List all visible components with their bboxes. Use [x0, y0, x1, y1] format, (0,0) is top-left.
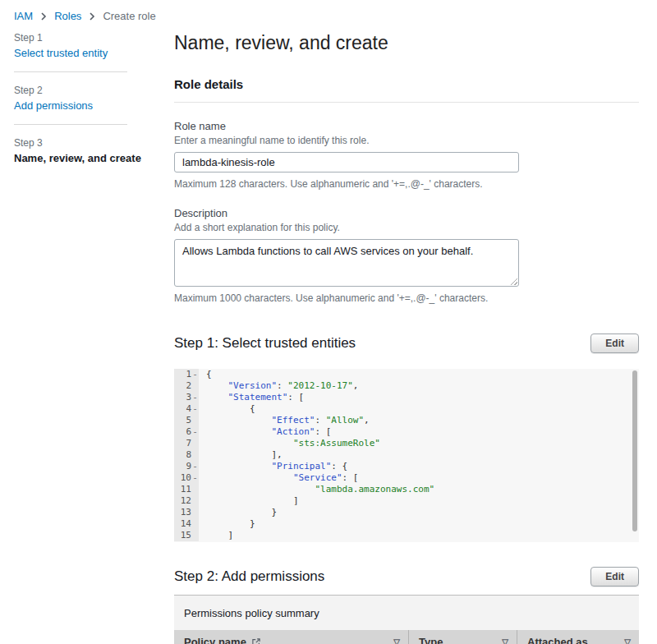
description-label: Description: [174, 207, 639, 219]
chevron-right-icon: [89, 12, 95, 21]
step-3-number: Step 3: [14, 137, 160, 149]
table-summary-title: Permissions policy summary: [174, 596, 639, 630]
column-header-attached-as[interactable]: Attached as ▽: [517, 630, 639, 644]
section-divider: [174, 102, 639, 103]
edit-permissions-button[interactable]: Edit: [590, 567, 639, 586]
role-details-heading: Role details: [174, 77, 639, 91]
breadcrumb-link-iam[interactable]: IAM: [14, 10, 33, 22]
step-link-select-trusted-entity[interactable]: Select trusted entity: [14, 47, 108, 59]
step1-heading: Step 1: Select trusted entities: [174, 335, 356, 352]
step-divider: [14, 124, 127, 125]
step-2-item: Step 2 Add permissions: [14, 85, 160, 112]
column-header-type[interactable]: Type ▽: [408, 630, 517, 644]
description-constraint: Maximum 1000 characters. Use alphanumeri…: [174, 292, 639, 304]
page-title: Name, review, and create: [174, 32, 639, 54]
step-divider: [14, 71, 127, 72]
breadcrumb: IAM Roles Create role: [0, 0, 657, 22]
step-link-add-permissions[interactable]: Add permissions: [14, 99, 93, 112]
edit-trusted-entities-button[interactable]: Edit: [590, 334, 639, 353]
trust-policy-code: 1-{2 "Version": "2012-10-17",3- "Stateme…: [174, 369, 639, 541]
sort-icon[interactable]: ▽: [393, 637, 400, 644]
column-label: Attached as: [527, 636, 588, 644]
step-2-number: Step 2: [14, 85, 160, 96]
trusted-entities-section: Step 1: Select trusted entities Edit 1-{…: [174, 334, 639, 542]
step-1-item: Step 1 Select trusted entity: [14, 32, 160, 59]
chevron-right-icon: [40, 12, 47, 21]
steps-nav: Step 1 Select trusted entity Step 2 Add …: [0, 32, 160, 644]
role-name-hint: Enter a meaningful name to identify this…: [174, 135, 639, 146]
breadcrumb-current: Create role: [103, 10, 155, 22]
external-link-icon: [251, 637, 261, 644]
role-name-input[interactable]: [174, 152, 519, 172]
column-label: Type: [419, 636, 443, 644]
main-content: Name, review, and create Role details Ro…: [174, 32, 639, 644]
description-textarea[interactable]: Allows Lambda functions to call AWS serv…: [174, 239, 519, 287]
permissions-policy-table: Permissions policy summary Policy name ▽: [174, 595, 639, 644]
role-name-constraint: Maximum 128 characters. Use alphanumeric…: [174, 178, 639, 190]
sort-icon[interactable]: ▽: [502, 637, 508, 644]
breadcrumb-link-roles[interactable]: Roles: [54, 10, 81, 22]
step-current-name-review-create: Name, review, and create: [14, 152, 160, 164]
trust-policy-editor[interactable]: 1-{2 "Version": "2012-10-17",3- "Stateme…: [174, 369, 639, 542]
sort-icon[interactable]: ▽: [624, 637, 631, 644]
step2-heading: Step 2: Add permissions: [174, 568, 324, 585]
role-details-section: Role details Role name Enter a meaningfu…: [174, 77, 639, 304]
step-1-number: Step 1: [14, 32, 160, 44]
add-permissions-section: Step 2: Add permissions Edit Permissions…: [174, 567, 639, 644]
role-name-field: Role name Enter a meaningful name to ide…: [174, 120, 639, 190]
column-label: Policy name: [184, 636, 246, 644]
column-header-policy-name[interactable]: Policy name ▽: [174, 630, 408, 644]
role-name-label: Role name: [174, 120, 639, 132]
code-scrollbar[interactable]: [632, 370, 637, 531]
step-3-item: Step 3 Name, review, and create: [14, 137, 160, 164]
description-field: Description Add a short explanation for …: [174, 207, 639, 304]
description-hint: Add a short explanation for this policy.: [174, 222, 639, 233]
table-header-row: Policy name ▽ Type ▽: [174, 630, 639, 644]
